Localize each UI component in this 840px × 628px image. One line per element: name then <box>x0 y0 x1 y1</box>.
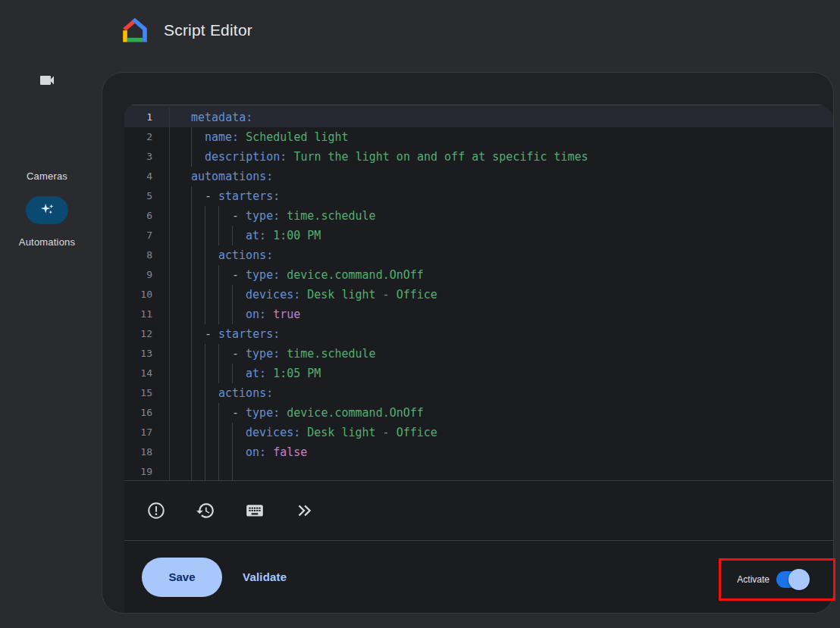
code-line-2[interactable]: 2name: Scheduled light <box>124 127 833 147</box>
line-content: - type: time.schedule <box>170 206 833 226</box>
line-number: 9 <box>124 265 170 285</box>
code-line-15[interactable]: 15actions: <box>124 383 833 403</box>
page-title: Script Editor <box>164 21 252 39</box>
line-content: name: Scheduled light <box>170 127 833 147</box>
line-number: 14 <box>124 364 170 383</box>
indent-guide <box>205 305 218 324</box>
line-number: 18 <box>124 442 170 462</box>
indent-guide <box>205 285 218 305</box>
token-k: actions: <box>218 386 273 400</box>
line-content: metadata: <box>170 108 833 127</box>
code-line-11[interactable]: 11on: true <box>124 305 833 324</box>
line-content: - starters: <box>170 186 833 206</box>
videocam-icon <box>38 71 56 89</box>
token-d: - <box>205 189 218 203</box>
code-line-10[interactable]: 10devices: Desk light - Office <box>124 285 833 305</box>
indent-guide <box>218 226 232 245</box>
line-number: 12 <box>124 324 170 344</box>
keyboard-icon[interactable] <box>245 501 265 520</box>
code-line-6[interactable]: 6- type: time.schedule <box>124 206 833 226</box>
validate-button[interactable]: Validate <box>243 570 287 583</box>
code-editor[interactable]: 1metadata:2name: Scheduled light3descrip… <box>124 105 833 480</box>
token-p <box>280 406 287 420</box>
code-line-13[interactable]: 13- type: time.schedule <box>124 344 833 364</box>
code-line-12[interactable]: 12- starters: <box>124 324 833 344</box>
indent-guide <box>232 442 246 462</box>
sparkle-icon <box>39 202 55 220</box>
token-s: Turn the light on and off at specific ti… <box>293 150 588 164</box>
token-s: Desk light - Office <box>307 426 437 439</box>
line-content: devices: Desk light - Office <box>170 285 833 305</box>
indent-guide <box>205 442 218 462</box>
code-line-17[interactable]: 17devices: Desk light - Office <box>124 423 833 442</box>
problems-icon[interactable] <box>146 501 166 520</box>
indent-guide <box>191 423 205 442</box>
token-s: device.command.OnOff <box>287 406 424 420</box>
editor-toolbar <box>124 480 833 540</box>
token-s: time.schedule <box>287 347 375 361</box>
token-k: name: <box>205 130 239 144</box>
line-content: on: false <box>170 442 833 462</box>
token-k: at: <box>246 229 266 242</box>
indent-guide <box>205 383 218 403</box>
token-p <box>280 268 287 282</box>
token-p <box>239 130 246 144</box>
token-p <box>300 288 307 302</box>
code-line-8[interactable]: 8actions: <box>124 245 833 265</box>
indent-guide <box>191 147 205 167</box>
indent-guide <box>218 403 232 423</box>
code-line-18[interactable]: 18on: false <box>124 442 833 462</box>
line-number: 13 <box>124 344 170 364</box>
code-line-16[interactable]: 16- type: device.command.OnOff <box>124 403 833 423</box>
line-content: devices: Desk light - Office <box>170 423 833 442</box>
indent-guide <box>232 305 246 324</box>
editor-lines: 1metadata:2name: Scheduled light3descrip… <box>124 108 833 480</box>
indent-guide <box>218 285 232 305</box>
token-p <box>266 445 273 459</box>
line-number: 6 <box>124 206 170 226</box>
token-b: true <box>273 308 300 321</box>
line-number: 8 <box>124 245 170 265</box>
token-k: on: <box>246 445 266 459</box>
line-content <box>170 462 833 480</box>
code-line-19[interactable]: 19 <box>124 462 833 480</box>
line-content: at: 1:00 PM <box>170 226 833 245</box>
double-chevron-icon[interactable] <box>294 501 314 520</box>
indent-guide <box>191 344 205 364</box>
token-p <box>266 229 273 242</box>
line-number: 16 <box>124 403 170 423</box>
history-icon[interactable] <box>196 501 215 520</box>
line-content: description: Turn the light on and off a… <box>170 147 833 167</box>
line-number: 11 <box>124 305 170 324</box>
indent-guide <box>205 344 218 364</box>
line-number: 2 <box>124 127 170 147</box>
code-line-9[interactable]: 9- type: device.command.OnOff <box>124 265 833 285</box>
token-p <box>280 209 287 223</box>
indent-guide <box>205 265 218 285</box>
active-nav-pill <box>26 196 68 224</box>
token-k: automations: <box>191 170 273 183</box>
indent-guide <box>191 324 205 344</box>
token-s: 1:00 PM <box>273 229 321 242</box>
activate-toggle[interactable] <box>776 571 808 588</box>
sidebar-item-automations[interactable]: Automations <box>0 130 94 206</box>
code-line-3[interactable]: 3description: Turn the light on and off … <box>124 147 833 167</box>
code-line-1[interactable]: 1metadata: <box>124 108 833 127</box>
indent-guide <box>205 364 218 383</box>
indent-guide <box>191 245 205 265</box>
indent-guide <box>205 423 218 442</box>
indent-guide <box>191 285 205 305</box>
line-content: on: true <box>170 305 833 324</box>
code-line-5[interactable]: 5- starters: <box>124 186 833 206</box>
code-line-4[interactable]: 4automations: <box>124 167 833 186</box>
indent-guide <box>205 403 218 423</box>
save-button[interactable]: Save <box>142 558 222 597</box>
token-d: - <box>232 347 246 361</box>
line-number: 7 <box>124 226 170 245</box>
token-p <box>280 347 287 361</box>
token-b: false <box>273 445 307 459</box>
line-number: 1 <box>124 108 170 127</box>
line-number: 15 <box>124 383 170 403</box>
code-line-14[interactable]: 14at: 1:05 PM <box>124 364 833 383</box>
code-line-7[interactable]: 7at: 1:00 PM <box>124 226 833 245</box>
